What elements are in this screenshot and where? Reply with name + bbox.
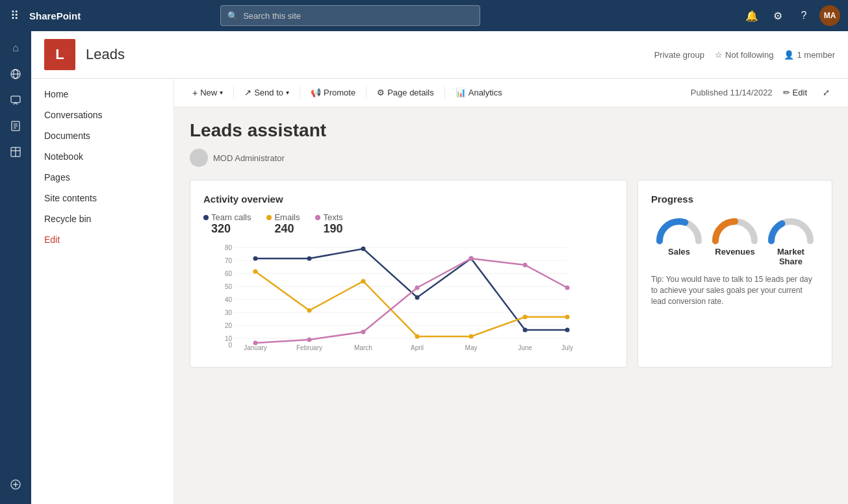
page-title: Leads assistant — [190, 120, 832, 141]
site-header: L Leads Private group ☆ Not following 👤 … — [31, 31, 848, 79]
sendto-chevron-icon: ▾ — [286, 89, 289, 96]
waffle-icon[interactable]: ⠿ — [8, 6, 21, 25]
svg-text:50: 50 — [225, 283, 233, 290]
legend-team-calls: Team calls 320 — [203, 212, 251, 236]
add-circle-icon[interactable] — [4, 473, 27, 496]
send-to-button[interactable]: ↗ Send to ▾ — [239, 84, 294, 101]
svg-point-43 — [469, 334, 474, 339]
author-avatar — [190, 149, 208, 167]
main-layout: ⌂ L Leads Private group ☆ Not followin — [0, 31, 848, 504]
svg-text:July: July — [561, 344, 573, 351]
svg-text:March: March — [354, 344, 372, 351]
notification-icon[interactable]: 🔔 — [741, 5, 762, 26]
svg-point-48 — [361, 330, 366, 334]
svg-point-34 — [361, 247, 366, 251]
activity-chart-title: Activity overview — [203, 194, 613, 205]
analytics-button[interactable]: 📊 Analytics — [450, 84, 508, 101]
divider-4 — [444, 86, 445, 99]
promote-icon: 📢 — [311, 88, 321, 97]
site-header-actions: Private group ☆ Not following 👤 1 member — [654, 50, 835, 60]
page-body: Leads assistant MOD Administrator Activi… — [174, 107, 848, 381]
sidebar-item-edit[interactable]: Edit — [31, 229, 173, 250]
person-icon: 👤 — [784, 50, 794, 60]
search-input[interactable] — [243, 11, 473, 21]
svg-point-49 — [415, 286, 420, 290]
search-bar[interactable]: 🔍 — [220, 5, 480, 26]
svg-point-35 — [415, 296, 420, 300]
chat-icon[interactable] — [4, 88, 27, 112]
svg-point-44 — [523, 315, 528, 320]
legend-texts: Texts 190 — [315, 212, 342, 236]
sidebar-item-recycle-bin[interactable]: Recycle bin — [31, 208, 173, 229]
command-bar: + New ▾ ↗ Send to ▾ 📢 Promote — [174, 79, 848, 107]
content-area: Home Conversations Documents Notebook Pa… — [31, 79, 848, 504]
page-details-button[interactable]: ⚙ Page details — [372, 84, 439, 101]
sidebar-item-documents[interactable]: Documents — [31, 125, 173, 146]
fullscreen-button[interactable]: ⤢ — [817, 84, 835, 101]
sales-label: Sales — [668, 247, 690, 257]
sidebar-item-site-contents[interactable]: Site contents — [31, 188, 173, 208]
edit-button[interactable]: ✏ Edit — [778, 84, 812, 101]
svg-point-45 — [565, 315, 570, 320]
cmd-right: Published 11/14/2022 ✏ Edit ⤢ — [691, 84, 835, 101]
texts-value: 190 — [323, 222, 342, 236]
top-nav-icons: 🔔 ⚙ ? MA — [741, 5, 840, 26]
table-icon[interactable] — [4, 140, 27, 164]
texts-dot — [315, 215, 320, 220]
sidebar-item-conversations[interactable]: Conversations — [31, 105, 173, 125]
activity-chart-card: Activity overview Team calls 320 — [190, 180, 627, 368]
svg-text:May: May — [465, 344, 478, 351]
sales-gauge: Sales — [656, 215, 702, 266]
revenues-gauge-svg — [712, 215, 758, 244]
published-label: Published 11/14/2022 — [691, 88, 773, 97]
sidebar-item-notebook[interactable]: Notebook — [31, 146, 173, 167]
team-calls-label: Team calls — [211, 212, 251, 222]
svg-point-50 — [469, 257, 474, 261]
page-author: MOD Administrator — [190, 149, 832, 167]
analytics-icon: 📊 — [456, 88, 466, 97]
top-navigation: ⠿ SharePoint 🔍 🔔 ⚙ ? MA — [0, 0, 848, 31]
svg-text:60: 60 — [225, 270, 233, 277]
svg-point-38 — [565, 328, 570, 333]
market-share-gauge: MarketShare — [768, 215, 814, 266]
svg-point-47 — [307, 338, 312, 342]
home-icon[interactable]: ⌂ — [4, 36, 27, 60]
new-button[interactable]: + New ▾ — [187, 84, 228, 102]
progress-title: Progress — [651, 194, 819, 205]
follow-button[interactable]: ☆ Not following — [715, 50, 773, 60]
brand-label: SharePoint — [29, 10, 81, 21]
svg-text:30: 30 — [225, 309, 233, 316]
svg-text:April: April — [411, 344, 424, 351]
svg-point-32 — [253, 257, 258, 261]
search-icon: 🔍 — [227, 11, 238, 21]
emails-value: 240 — [274, 222, 294, 236]
emails-label: Emails — [274, 212, 300, 222]
sidebar-item-pages[interactable]: Pages — [31, 167, 173, 188]
document-icon[interactable] — [4, 114, 27, 138]
globe-icon[interactable] — [4, 62, 27, 86]
texts-label: Texts — [323, 212, 342, 222]
emails-dot — [266, 215, 272, 220]
help-icon[interactable]: ? — [793, 5, 814, 26]
divider-3 — [366, 86, 366, 99]
fullscreen-icon: ⤢ — [823, 88, 830, 97]
icon-bar: ⌂ — [0, 31, 31, 504]
svg-text:February: February — [296, 344, 322, 351]
settings-icon[interactable]: ⚙ — [767, 5, 788, 26]
team-calls-value: 320 — [211, 222, 231, 236]
page-content: + New ▾ ↗ Send to ▾ 📢 Promote — [174, 79, 848, 504]
plus-icon: + — [192, 88, 198, 98]
svg-point-41 — [361, 279, 366, 284]
market-share-gauge-svg — [768, 215, 814, 244]
svg-text:70: 70 — [225, 257, 233, 264]
svg-text:20: 20 — [225, 322, 233, 329]
sidebar-item-home[interactable]: Home — [31, 84, 173, 105]
private-group-label: Private group — [654, 50, 704, 60]
edit-icon: ✏ — [783, 88, 790, 97]
site-title: Leads — [86, 46, 125, 63]
promote-button[interactable]: 📢 Promote — [305, 84, 361, 101]
legend-emails: Emails 240 — [266, 212, 300, 236]
chart-legend: Team calls 320 Emails 240 — [203, 212, 613, 236]
svg-point-51 — [523, 263, 528, 268]
user-avatar[interactable]: MA — [819, 5, 840, 26]
